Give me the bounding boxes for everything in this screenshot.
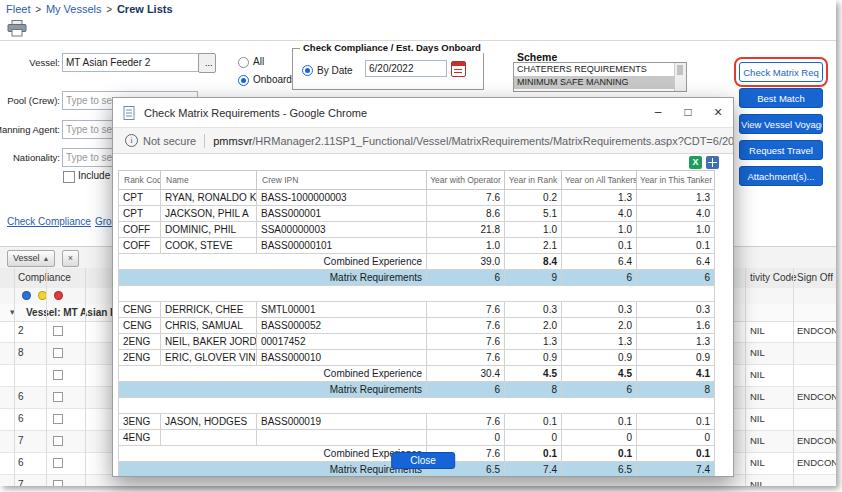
value-cell: 0 <box>427 430 505 446</box>
minimize-icon[interactable]: – <box>643 98 673 127</box>
breadcrumb-separator: > <box>102 4 117 15</box>
not-secure-icon[interactable]: i <box>125 134 138 147</box>
maximize-icon[interactable]: □ <box>673 98 703 127</box>
by-date-radio[interactable] <box>302 65 313 76</box>
row-checkbox[interactable] <box>53 326 63 336</box>
row-checkbox[interactable] <box>53 414 63 424</box>
close-icon[interactable]: × <box>703 98 733 127</box>
compliance-legend <box>22 291 63 300</box>
check-compliance-link[interactable]: Check Compliance <box>7 216 91 227</box>
filter-all-label[interactable]: All <box>253 56 264 67</box>
activity-code-column-header: tivity Code <box>750 272 797 283</box>
blue-dot <box>22 291 31 300</box>
crew-row: CENGCHRIS, SAMUALBASS0000527.62.02.01.6 <box>119 318 715 334</box>
value-cell: 1.3 <box>637 190 715 206</box>
red-dot <box>54 291 63 300</box>
value-cell: 1.6 <box>637 318 715 334</box>
activity-code-cell: NIL <box>750 457 765 468</box>
check-matrix-req-button[interactable]: Check Matrix Req <box>739 62 823 82</box>
crew-row: CPTJACKSON, PHIL ABASS0000018.65.14.04.0 <box>119 206 715 222</box>
row-checkbox[interactable] <box>53 348 63 358</box>
row-checkbox[interactable] <box>53 436 63 446</box>
grid-column-divider <box>793 268 794 486</box>
vessel-label: Vessel: <box>29 57 60 68</box>
row-checkbox[interactable] <box>53 480 63 486</box>
page-favicon-icon <box>123 106 136 120</box>
calendar-icon[interactable] <box>451 61 466 77</box>
attachment-s-button[interactable]: Attachment(s)... <box>739 166 823 186</box>
matrix-requirements-label: Matrix Requirements <box>119 382 427 398</box>
scheme-scrollbar[interactable] <box>674 63 686 91</box>
best-match-button[interactable]: Best Match <box>739 88 823 108</box>
rank-code-cell: CENG <box>119 302 161 318</box>
value-cell: 7.6 <box>427 414 505 430</box>
spacer-cell <box>119 398 715 414</box>
rank-code-cell: CPT <box>119 190 161 206</box>
filter-onboard-radio[interactable] <box>238 75 249 86</box>
action-button-column: Check Matrix ReqBest MatchView Vessel Vo… <box>739 62 823 186</box>
include-label[interactable]: Include <box>78 170 110 181</box>
window-title-bar[interactable]: Check Matrix Requirements - Google Chrom… <box>113 98 733 128</box>
export-excel-icon[interactable] <box>689 156 702 169</box>
security-chip[interactable]: Not secure <box>143 135 196 147</box>
vessel-input[interactable] <box>62 53 200 72</box>
address-bar[interactable]: i Not secure pmmsvr/HRManager2.11SP1_Fun… <box>113 128 733 154</box>
print-icon[interactable] <box>7 20 27 37</box>
matrix-value-cell: 6 <box>427 270 505 286</box>
date-input[interactable] <box>365 60 447 77</box>
breadcrumb: Fleet > My Vessels > Crew Lists <box>6 3 173 15</box>
rank-code-cell: CPT <box>119 206 161 222</box>
value-cell: 7.6 <box>427 334 505 350</box>
value-cell: 5.1 <box>505 206 562 222</box>
rank-code-cell: COFF <box>119 222 161 238</box>
vessel-browse-button[interactable]: ... <box>198 53 216 73</box>
breadcrumb-item[interactable]: Crew Lists <box>117 3 173 15</box>
scheme-option[interactable]: MINIMUM SAFE MANNING <box>514 76 686 89</box>
view-vessel-voyage-button[interactable]: View Vessel Voyage <box>739 114 823 134</box>
value-cell: 7.6 <box>427 190 505 206</box>
row-checkbox[interactable] <box>53 392 63 402</box>
breadcrumb-item[interactable]: My Vessels <box>46 3 102 15</box>
breadcrumb-item[interactable]: Fleet <box>6 3 30 15</box>
export-grid-icon[interactable] <box>706 156 719 169</box>
crew-ipn-cell: BASS000001 <box>257 206 427 222</box>
rank-code-cell: 3ENG <box>119 414 161 430</box>
value-cell: 1.0 <box>562 222 637 238</box>
group-chip-remove-icon[interactable]: × <box>62 250 79 267</box>
include-checkbox[interactable] <box>63 171 75 183</box>
value-cell: 8.6 <box>427 206 505 222</box>
matrix-value-cell: 6 <box>427 382 505 398</box>
row-checkbox[interactable] <box>53 458 63 468</box>
combined-value-cell: 0.1 <box>505 446 562 462</box>
value-cell: 0.9 <box>562 350 637 366</box>
crew-ipn-cell: BASS00000101 <box>257 238 427 254</box>
combined-value-cell: 6.4 <box>562 254 637 270</box>
group-chip-vessel[interactable]: Vessel▲ <box>7 250 55 267</box>
name-header: Name <box>161 171 257 190</box>
nationality-label: Nationality: <box>13 152 60 163</box>
combined-value-cell: 39.0 <box>427 254 505 270</box>
value-cell: 1.3 <box>562 334 637 350</box>
request-travel-button[interactable]: Request Travel <box>739 140 823 160</box>
scheme-listbox[interactable]: CHATERERS REQUIREMENTSMINIMUM SAFE MANNI… <box>513 62 687 92</box>
crew-row: COFFCOOK, STEVEBASS000001011.02.10.10.1 <box>119 238 715 254</box>
name-cell: CHRIS, SAMUAL <box>161 318 257 334</box>
sign-off-column-header: Sign Off Re <box>797 272 836 283</box>
name-cell: ERIC, GLOVER VINOD <box>161 350 257 366</box>
activity-code-cell: NIL <box>750 369 765 380</box>
value-cell: 0.9 <box>505 350 562 366</box>
matrix-value-cell: 7.4 <box>637 462 715 477</box>
name-cell: RYAN, RONALDO KUMAR <box>161 190 257 206</box>
close-button[interactable]: Close <box>391 452 455 469</box>
rank-code-cell: 4ENG <box>119 430 161 446</box>
year-in-this-tanker-header: Year in This Tanker <box>637 171 715 190</box>
crew-row: CPTRYAN, RONALDO KUMARBASS-10000000037.6… <box>119 190 715 206</box>
filter-onboard-label[interactable]: Onboard <box>253 74 292 85</box>
by-date-label[interactable]: By Date <box>317 65 353 76</box>
matrix-value-cell: 6 <box>562 270 637 286</box>
row-checkbox[interactable] <box>53 370 63 380</box>
filter-all-radio[interactable] <box>238 57 249 68</box>
name-cell <box>161 430 257 446</box>
matrix-value-cell: 6 <box>562 382 637 398</box>
scheme-option[interactable]: CHATERERS REQUIREMENTS <box>514 63 686 76</box>
